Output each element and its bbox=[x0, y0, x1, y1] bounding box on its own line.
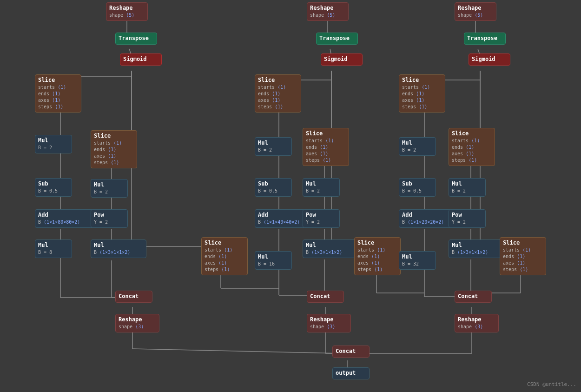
slice-param-3c: starts ⟨1⟩ends ⟨1⟩axes ⟨1⟩steps ⟨1⟩ bbox=[357, 247, 397, 273]
sigmoid-node-3[interactable]: Sigmoid bbox=[469, 53, 510, 66]
svg-line-20 bbox=[132, 349, 342, 353]
mul-title-3b: Mul bbox=[452, 180, 482, 187]
mul-title-2a: Mul bbox=[258, 140, 289, 146]
slice-param-3b: starts ⟨1⟩ends ⟨1⟩axes ⟨1⟩steps ⟨1⟩ bbox=[452, 138, 492, 164]
sub-node-3[interactable]: Sub B = 0.5 bbox=[399, 178, 436, 197]
slice-node-1a[interactable]: Slice starts ⟨1⟩ends ⟨1⟩axes ⟨1⟩steps ⟨1… bbox=[35, 74, 81, 113]
mul-param-3d: B ⟨1×3×1×1×2⟩ bbox=[452, 249, 501, 256]
reshape-node-2[interactable]: Reshape shape ⟨5⟩ bbox=[307, 2, 349, 21]
mul-title-2c: Mul bbox=[258, 253, 289, 260]
slice-node-2b[interactable]: Slice starts ⟨1⟩ends ⟨1⟩axes ⟨1⟩steps ⟨1… bbox=[303, 128, 349, 166]
concat-node-1[interactable]: Concat bbox=[115, 291, 152, 303]
slice-node-2c[interactable]: Slice starts ⟨1⟩ends ⟨1⟩axes ⟨1⟩steps ⟨1… bbox=[201, 237, 248, 275]
mul-node-1b[interactable]: Mul B = 2 bbox=[91, 179, 128, 198]
sub-param-3: B = 0.5 bbox=[402, 188, 433, 194]
reshape-title-1: Reshape bbox=[109, 5, 145, 11]
mul-node-2b[interactable]: Mul B = 2 bbox=[303, 178, 340, 197]
slice-param-2a: starts ⟨1⟩ends ⟨1⟩axes ⟨1⟩steps ⟨1⟩ bbox=[258, 84, 298, 110]
watermark: CSDN @untitle... bbox=[527, 381, 576, 387]
sub-title-2: Sub bbox=[258, 180, 289, 187]
slice-param-1a: starts ⟨1⟩ends ⟨1⟩axes ⟨1⟩steps ⟨1⟩ bbox=[38, 84, 78, 110]
mul-node-3c[interactable]: Mul B = 32 bbox=[399, 251, 436, 270]
transpose-node-2[interactable]: Transpose bbox=[316, 33, 358, 45]
canvas: Reshape shape ⟨5⟩ Transpose Sigmoid Slic… bbox=[0, 0, 581, 392]
mul-param-2d: B ⟨1×3×1×1×2⟩ bbox=[306, 249, 355, 256]
slice-node-3d[interactable]: Slice starts ⟨1⟩ends ⟨1⟩axes ⟨1⟩steps ⟨1… bbox=[500, 237, 546, 275]
pow-param-2: Y = 2 bbox=[306, 219, 337, 226]
slice-node-3c[interactable]: Slice starts ⟨1⟩ends ⟨1⟩axes ⟨1⟩steps ⟨1… bbox=[354, 237, 401, 275]
reshape-param-1: shape ⟨5⟩ bbox=[109, 12, 145, 19]
concat-node-3[interactable]: Concat bbox=[455, 291, 492, 303]
slice-title-2b: Slice bbox=[306, 130, 346, 137]
output-title: output bbox=[336, 370, 366, 376]
pow-title-2: Pow bbox=[306, 212, 337, 218]
mul-node-2c[interactable]: Mul B = 16 bbox=[255, 251, 292, 270]
sub-node-1[interactable]: Sub B = 0.5 bbox=[35, 178, 72, 197]
transpose-title-2: Transpose bbox=[319, 35, 355, 41]
mul-node-2d[interactable]: Mul B ⟨1×3×1×1×2⟩ bbox=[303, 239, 358, 258]
mul-param-2a: B = 2 bbox=[258, 147, 289, 153]
mul-title-1b: Mul bbox=[94, 181, 125, 188]
mul-node-3a[interactable]: Mul B = 2 bbox=[399, 137, 436, 156]
mul-param-3b: B = 2 bbox=[452, 188, 482, 194]
pow-node-1[interactable]: Pow Y = 2 bbox=[91, 209, 128, 228]
slice-param-2c: starts ⟨1⟩ends ⟨1⟩axes ⟨1⟩steps ⟨1⟩ bbox=[205, 247, 244, 273]
slice-node-3b[interactable]: Slice starts ⟨1⟩ends ⟨1⟩axes ⟨1⟩steps ⟨1… bbox=[449, 128, 495, 166]
slice-title-3c: Slice bbox=[357, 239, 397, 246]
concat-node-final[interactable]: Concat bbox=[332, 345, 370, 358]
mul-node-3b[interactable]: Mul B = 2 bbox=[449, 178, 486, 197]
transpose-node-3[interactable]: Transpose bbox=[464, 33, 506, 45]
sigmoid-title-3: Sigmoid bbox=[472, 56, 507, 62]
mul-title-1c: Mul bbox=[38, 242, 69, 248]
mul-node-3d[interactable]: Mul B ⟨1×3×1×1×2⟩ bbox=[449, 239, 504, 258]
slice-node-1b[interactable]: Slice starts ⟨1⟩ends ⟨1⟩axes ⟨1⟩steps ⟨1… bbox=[91, 130, 137, 168]
reshape-node-2b[interactable]: Reshape shape ⟨3⟩ bbox=[307, 314, 351, 332]
add-param-1: B ⟨1×1×80×80×2⟩ bbox=[38, 219, 92, 226]
slice-title-3d: Slice bbox=[503, 239, 543, 246]
slice-param-3d: starts ⟨1⟩ends ⟨1⟩axes ⟨1⟩steps ⟨1⟩ bbox=[503, 247, 543, 273]
reshape-node-3[interactable]: Reshape shape ⟨5⟩ bbox=[455, 2, 496, 21]
slice-title-1b: Slice bbox=[94, 133, 134, 139]
transpose-title-1: Transpose bbox=[119, 35, 154, 41]
mul-param-1a: B = 2 bbox=[38, 145, 69, 151]
sigmoid-node-1[interactable]: Sigmoid bbox=[120, 53, 162, 66]
mul-node-1c[interactable]: Mul B = 8 bbox=[35, 239, 72, 258]
slice-title-3a: Slice bbox=[402, 77, 442, 83]
concat-title-final: Concat bbox=[336, 348, 366, 354]
mul-title-3d: Mul bbox=[452, 242, 501, 248]
reshape-node-3b[interactable]: Reshape shape ⟨3⟩ bbox=[455, 314, 499, 332]
mul-title-2d: Mul bbox=[306, 242, 355, 248]
mul-param-3c: B = 32 bbox=[402, 261, 433, 267]
reshape-node-1[interactable]: Reshape shape ⟨5⟩ bbox=[106, 2, 148, 21]
pow-node-3[interactable]: Pow Y = 2 bbox=[449, 209, 486, 228]
sigmoid-title-2: Sigmoid bbox=[324, 56, 359, 62]
sigmoid-node-2[interactable]: Sigmoid bbox=[321, 53, 363, 66]
concat-node-2[interactable]: Concat bbox=[307, 291, 344, 303]
mul-node-1a[interactable]: Mul B = 2 bbox=[35, 135, 72, 153]
mul-title-1d: Mul bbox=[94, 242, 143, 248]
sub-node-2[interactable]: Sub B = 0.5 bbox=[255, 178, 292, 197]
mul-title-3a: Mul bbox=[402, 140, 433, 146]
transpose-node-1[interactable]: Transpose bbox=[115, 33, 157, 45]
slice-title-1a: Slice bbox=[38, 77, 78, 83]
slice-param-3a: starts ⟨1⟩ends ⟨1⟩axes ⟨1⟩steps ⟨1⟩ bbox=[402, 84, 442, 110]
reshape-title-2b: Reshape bbox=[310, 316, 348, 323]
slice-node-2a[interactable]: Slice starts ⟨1⟩ends ⟨1⟩axes ⟨1⟩steps ⟨1… bbox=[255, 74, 301, 113]
slice-title-2a: Slice bbox=[258, 77, 298, 83]
slice-node-3a[interactable]: Slice starts ⟨1⟩ends ⟨1⟩axes ⟨1⟩steps ⟨1… bbox=[399, 74, 445, 113]
add-node-1[interactable]: Add B ⟨1×1×80×80×2⟩ bbox=[35, 209, 95, 228]
reshape-param-3b: shape ⟨3⟩ bbox=[458, 324, 495, 330]
output-node[interactable]: output bbox=[332, 367, 370, 379]
pow-node-2[interactable]: Pow Y = 2 bbox=[303, 209, 340, 228]
mul-node-1d[interactable]: Mul B ⟨1×3×1×1×2⟩ bbox=[91, 239, 146, 258]
pow-param-3: Y = 2 bbox=[452, 219, 482, 226]
pow-title-3: Pow bbox=[452, 212, 482, 218]
sub-param-1: B = 0.5 bbox=[38, 188, 69, 194]
transpose-title-3: Transpose bbox=[467, 35, 502, 41]
mul-node-2a[interactable]: Mul B = 2 bbox=[255, 137, 292, 156]
reshape-node-1b[interactable]: Reshape shape ⟨3⟩ bbox=[115, 314, 159, 332]
pow-param-1: Y = 2 bbox=[94, 219, 125, 226]
concat-title-1: Concat bbox=[119, 293, 149, 299]
sub-title-3: Sub bbox=[402, 180, 433, 187]
pow-title-1: Pow bbox=[94, 212, 125, 218]
